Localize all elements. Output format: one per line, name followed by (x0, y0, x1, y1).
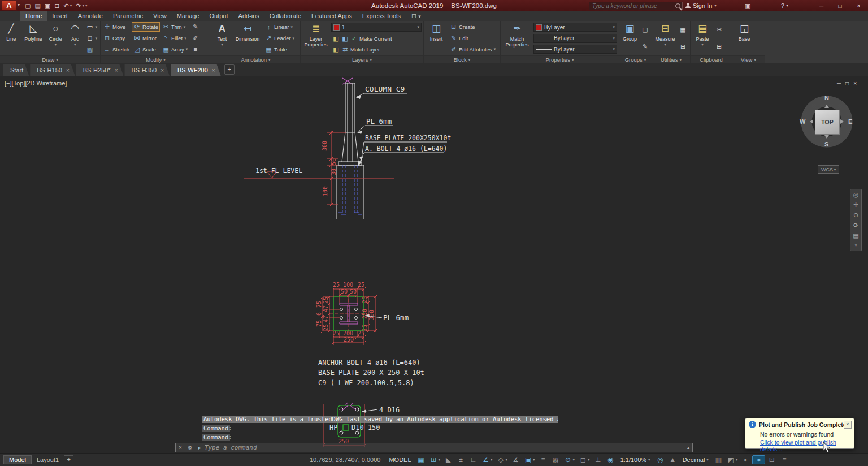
file-tab-start[interactable]: Start (3, 64, 29, 76)
lineweight-dropdown[interactable]: ByLayer ▾ (533, 45, 617, 54)
command-customize-icon[interactable]: ⚙ (185, 445, 196, 451)
clean-screen-button[interactable]: ⊡ (766, 456, 778, 464)
close-tab-icon[interactable]: × (115, 67, 118, 74)
tab-parametric[interactable]: Parametric (108, 11, 148, 21)
viewcube-up-arrow-icon[interactable] (824, 105, 829, 108)
circle-button[interactable]: ○ Circle ▾ (46, 21, 65, 55)
copy-clip-button[interactable]: ⊞ (714, 42, 724, 51)
pan-icon[interactable]: ✛ (853, 201, 858, 208)
minimize-button[interactable]: ─ (812, 0, 831, 11)
navbar-caret-icon[interactable]: ▾ (855, 242, 857, 249)
compass-west[interactable]: W (800, 118, 805, 125)
command-recent-caret-icon[interactable]: ▴ (684, 445, 692, 450)
ellipse-button[interactable]: ◻▾ (85, 34, 98, 42)
scale-button[interactable]: ◿Scale (132, 45, 159, 54)
tab-addins[interactable]: Add-ins (233, 11, 264, 21)
close-tab-icon[interactable]: × (212, 67, 215, 74)
autoscale-button[interactable]: ▲ (667, 456, 679, 464)
dimension-button[interactable]: ↤ Dimension (233, 21, 262, 55)
linetype-dropdown[interactable]: ByLayer ▾ (533, 34, 617, 43)
maximize-button[interactable]: □ (831, 0, 849, 11)
close-button[interactable]: × (849, 0, 868, 11)
line-button[interactable]: ╱ Line (2, 21, 20, 55)
modify-panel-title[interactable]: Modify▾ (101, 55, 211, 63)
ortho-button[interactable]: ∟ (467, 456, 479, 464)
viewcube-top-face[interactable]: TOP (815, 110, 840, 135)
base-view-button[interactable]: ◱ Base (734, 21, 754, 55)
paste-button[interactable]: ▤ Paste ▾ (692, 21, 713, 55)
tab-annotate[interactable]: Annotate (73, 11, 108, 21)
snap-button[interactable]: ⊞▾ (428, 456, 442, 464)
tab-collaborate[interactable]: Collaborate (264, 11, 306, 21)
close-tab-icon[interactable]: × (66, 67, 70, 74)
view-panel-title[interactable]: View▾ (732, 55, 765, 63)
annotation-panel-title[interactable]: Annotation▾ (211, 55, 300, 63)
file-tab-bs-h350[interactable]: BS-H350× (124, 64, 169, 76)
osnap-3d-button[interactable]: ◻▾ (577, 456, 592, 464)
cut-button[interactable]: ✂ (714, 25, 724, 34)
transparency-button[interactable]: ▨ (550, 456, 562, 464)
search-input[interactable] (591, 2, 675, 10)
viewport-minimize-icon[interactable]: ─ (837, 80, 841, 87)
table-button[interactable]: ▦Table (264, 45, 296, 54)
tab-output[interactable]: Output (205, 11, 233, 21)
grid-button[interactable]: ▦ (415, 456, 427, 464)
help-button[interactable]: ? ▾ (781, 0, 788, 11)
tab-featured-apps[interactable]: Featured Apps (306, 11, 357, 21)
array-button[interactable]: ▦Array▾ (161, 45, 189, 54)
compass-south[interactable]: S (824, 141, 828, 148)
save-icon[interactable]: ▣ (45, 2, 50, 10)
layer-properties-button[interactable]: ≣ Layer Properties (302, 21, 329, 55)
group-edit-button[interactable]: ✎ (640, 42, 650, 51)
isolate-objects-button[interactable]: ◐ (740, 456, 752, 464)
tab-view[interactable]: View (148, 11, 172, 21)
layer-dropdown[interactable]: 1 ▾ (331, 23, 422, 32)
measure-button[interactable]: ⊟ Measure ▾ (654, 21, 676, 55)
steering-wheel-icon[interactable]: ◎ (853, 191, 859, 198)
viewcube-right-arrow-icon[interactable] (840, 119, 844, 124)
edit-block-button[interactable]: ✎Edit (449, 34, 497, 42)
tab-insert[interactable]: Insert (47, 11, 73, 21)
isodraft-button[interactable]: ◇▾ (495, 456, 510, 464)
move-button[interactable]: ✛Move (102, 23, 131, 31)
insert-button[interactable]: ◫ Insert (426, 21, 447, 55)
file-tab-bs-h250[interactable]: BS-H250*× (76, 64, 124, 76)
quick-calc-button[interactable]: ⊞ (678, 42, 688, 51)
customize-button[interactable]: ≡ (778, 456, 790, 464)
undo-icon[interactable]: ↶ (63, 2, 68, 10)
showmotion-icon[interactable]: ▤ (853, 232, 858, 239)
quick-select-button[interactable]: ▦ (678, 25, 688, 34)
modify-more-button[interactable]: ≡ (190, 45, 200, 54)
qat-customize-caret-icon[interactable]: ▾ (85, 3, 88, 8)
graphics-performance-button[interactable]: ● (752, 455, 765, 464)
search-icon[interactable] (675, 3, 680, 8)
tab-home[interactable]: Home (20, 11, 47, 21)
selection-cycling-button[interactable]: ⊙▾ (562, 456, 577, 464)
undo-caret-icon[interactable]: ▾ (70, 3, 72, 8)
polar-tracking-button[interactable]: ∠▾ (480, 456, 494, 464)
viewport-restore-icon[interactable]: □ (845, 80, 849, 87)
clipboard-panel-title[interactable]: Clipboard (691, 55, 732, 63)
plot-icon[interactable]: ⊟ (54, 2, 59, 10)
lock-ui-button[interactable]: ◩▾ (725, 456, 740, 464)
new-file-icon[interactable]: ▢ (25, 2, 31, 10)
viewport-close-icon[interactable]: × (853, 80, 857, 87)
model-space-button[interactable]: MODEL (385, 456, 414, 463)
wcs-menu[interactable]: WCS ▾ (818, 165, 839, 174)
mirror-button[interactable]: ⋈Mirror (132, 34, 159, 42)
leader-button[interactable]: ↗Leader▾ (264, 34, 296, 42)
quick-properties-button[interactable]: ▥ (713, 456, 724, 464)
draw-panel-title[interactable]: Draw▾ (0, 55, 100, 63)
orbit-icon[interactable]: ⟳ (853, 222, 858, 228)
help-search-box[interactable] (589, 2, 683, 10)
redo-icon[interactable]: ↷ (76, 2, 81, 10)
groups-panel-title[interactable]: Groups▾ (619, 55, 652, 63)
compass-east[interactable]: E (848, 118, 852, 125)
edit-attributes-button[interactable]: ✐Edit Attributes▾ (449, 45, 497, 54)
ribbon-display-toggle[interactable]: ⊡ ▾ (411, 11, 421, 21)
zoom-icon[interactable]: ⊙ (853, 212, 858, 218)
make-current-button[interactable]: ◧ ◧ ✓ Make Current (331, 34, 422, 43)
app-store-button[interactable]: ▣ (745, 0, 750, 11)
annotation-scale-button[interactable]: 1:1/100%▾ (617, 456, 654, 463)
annotation-visibility-button[interactable]: ◎ (654, 456, 666, 464)
